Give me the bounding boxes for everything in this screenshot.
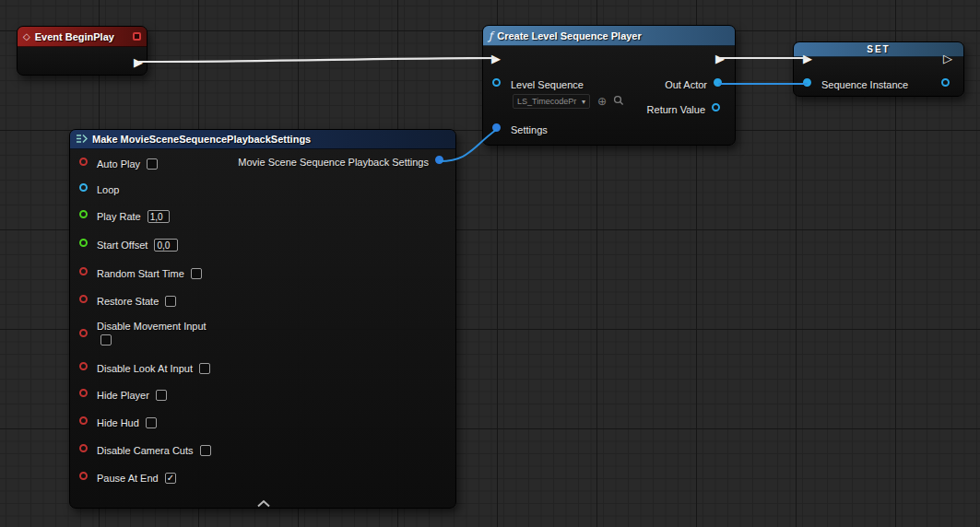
node-title: Event BeginPlay [35, 31, 114, 42]
play-rate-label: Play Rate [97, 211, 141, 222]
auto-play-row: Auto Play [97, 157, 158, 171]
hide-player-checkbox[interactable] [156, 390, 167, 401]
browse-asset-icon[interactable] [612, 95, 625, 108]
auto-play-checkbox[interactable] [147, 158, 158, 170]
disable-look-at-input-pin[interactable] [79, 362, 88, 370]
wire-beginplay-to-create [139, 58, 495, 62]
event-icon: ◇ [23, 32, 30, 41]
disable-camera-cuts-label: Disable Camera Cuts [97, 445, 194, 456]
random-start-time-pin[interactable] [79, 267, 88, 275]
collapse-chevron-icon[interactable] [256, 495, 271, 511]
pause-at-end-pin[interactable] [79, 472, 88, 480]
level-sequence-pin[interactable] [492, 78, 501, 87]
level-sequence-label: Level Sequence [511, 78, 584, 91]
node-create-level-sequence-player[interactable]: ƒ Create Level Sequence Player ▶ ▶ Level… [482, 25, 736, 146]
exec-out-pin[interactable]: ▶ [134, 56, 143, 68]
make-struct-icon [76, 132, 88, 146]
return-value-label: Return Value [647, 103, 705, 116]
disable-camera-cuts-row: Disable Camera Cuts [97, 443, 211, 458]
loop-pin[interactable] [79, 183, 88, 192]
hide-hud-label: Hide Hud [97, 417, 139, 428]
restore-state-row: Restore State [97, 294, 176, 309]
start-offset-pin[interactable] [79, 239, 88, 247]
node-title: Create Level Sequence Player [497, 30, 642, 41]
hide-hud-row: Hide Hud [97, 416, 157, 430]
restore-state-pin[interactable] [79, 295, 88, 303]
create-player-header[interactable]: ƒ Create Level Sequence Player [483, 26, 735, 46]
loop-label: Loop [97, 184, 119, 195]
start-offset-row: Start Offset [97, 238, 178, 252]
playback-settings-output-pin[interactable] [435, 156, 443, 164]
disable-camera-cuts-pin[interactable] [79, 444, 88, 452]
hide-player-row: Hide Player [97, 388, 167, 403]
pause-at-end-row: Pause At End [97, 471, 176, 486]
sequence-instance-label: Sequence Instance [821, 78, 908, 91]
disable-movement-input-checkbox[interactable] [100, 334, 112, 345]
playback-settings-output-label: Movie Scene Sequence Playback Settings [238, 156, 429, 169]
settings-label: Settings [511, 123, 548, 136]
event-beginplay-header[interactable]: ◇ Event BeginPlay [18, 27, 147, 47]
set-header[interactable]: SET [794, 42, 963, 57]
node-make-playback-settings[interactable]: Make MovieSceneSequencePlaybackSettings … [69, 129, 456, 509]
play-rate-row: Play Rate [97, 209, 170, 224]
loop-row: Loop [97, 182, 119, 197]
hide-hud-checkbox[interactable] [146, 417, 157, 428]
pause-at-end-label: Pause At End [97, 473, 159, 484]
settings-pin[interactable] [492, 123, 501, 132]
exec-in-pin[interactable]: ▶ [491, 53, 501, 64]
disable-camera-cuts-checkbox[interactable] [200, 445, 211, 456]
exec-out-pin[interactable]: ▶ [715, 53, 725, 64]
start-offset-label: Start Offset [97, 240, 148, 251]
hide-player-pin[interactable] [79, 389, 88, 397]
disable-look-at-input-label: Disable Look At Input [97, 363, 193, 374]
random-start-time-label: Random Start Time [97, 268, 184, 279]
function-icon: ƒ [489, 30, 492, 41]
restore-state-checkbox[interactable] [165, 296, 176, 307]
blueprint-graph[interactable]: ◇ Event BeginPlay ▶ ƒ Create Level Seque… [0, 0, 980, 527]
disable-movement-input-label: Disable Movement Input [97, 320, 207, 333]
make-settings-header[interactable]: Make MovieSceneSequencePlaybackSettings [70, 130, 455, 149]
disable-movement-input-pin[interactable] [79, 329, 88, 337]
pause-at-end-checkbox[interactable] [165, 473, 176, 484]
exec-out-pin[interactable]: ▷ [943, 53, 952, 64]
play-rate-input[interactable] [148, 210, 170, 223]
asset-dropdown[interactable]: LS_TimecodePr ▾ [513, 94, 590, 109]
node-event-beginplay[interactable]: ◇ Event BeginPlay ▶ [17, 26, 148, 76]
start-offset-input[interactable] [154, 239, 178, 252]
node-title: Make MovieSceneSequencePlaybackSettings [92, 134, 311, 145]
disable-look-at-input-checkbox[interactable] [199, 363, 210, 374]
random-start-time-checkbox[interactable] [191, 268, 202, 279]
disable-look-at-input-row: Disable Look At Input [97, 361, 210, 376]
return-value-pin[interactable] [712, 103, 720, 111]
auto-play-pin[interactable] [79, 158, 88, 166]
asset-dropdown-value: LS_TimecodePr [517, 97, 576, 106]
random-start-time-row: Random Start Time [97, 266, 202, 281]
play-rate-pin[interactable] [79, 210, 88, 218]
node-title: SET [867, 44, 890, 54]
node-set-sequence-instance[interactable]: SET ▶ ▷ Sequence Instance [793, 41, 964, 97]
out-actor-pin[interactable] [714, 78, 722, 87]
use-selected-asset-icon[interactable]: ⊕ [596, 95, 608, 108]
magnifier-icon [613, 95, 624, 106]
restore-state-label: Restore State [97, 296, 159, 307]
exec-in-pin[interactable]: ▶ [803, 53, 812, 64]
delegate-pin[interactable] [133, 32, 141, 41]
hide-hud-pin[interactable] [79, 416, 88, 425]
auto-play-label: Auto Play [97, 158, 140, 170]
chevron-down-icon: ▾ [582, 98, 585, 106]
hide-player-label: Hide Player [97, 390, 149, 401]
sequence-instance-out-pin[interactable] [941, 78, 950, 87]
sequence-instance-in-pin[interactable] [803, 78, 811, 87]
out-actor-label: Out Actor [665, 78, 707, 91]
